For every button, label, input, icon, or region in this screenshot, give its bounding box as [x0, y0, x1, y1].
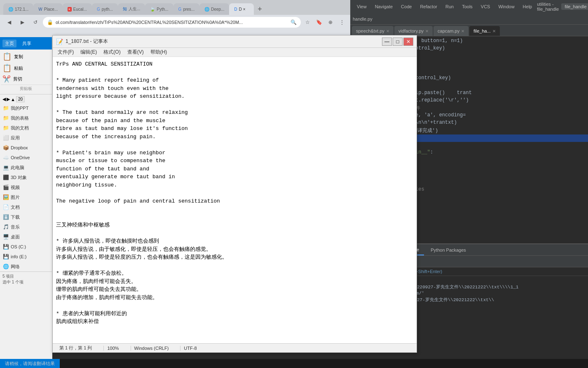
tab-active-label: D ×: [239, 7, 246, 12]
sidebar-item-dropbox[interactable]: 📦 Dropbox: [0, 143, 52, 153]
menu-run[interactable]: Run: [442, 4, 457, 9]
nav-path: ◀▶▲ 20: [0, 95, 52, 103]
sidebar-item-music[interactable]: 🎵 音乐: [0, 222, 52, 232]
sidebar-item-network[interactable]: 🌐 网络: [0, 262, 52, 271]
address-bar[interactable]: 🔒 ol.com/translator#en/zh/TrPs%20AND%20C…: [43, 17, 301, 28]
tab-pres-icon: G: [178, 7, 182, 12]
tab-eucal[interactable]: K Eucal...: [63, 3, 92, 15]
tab-pres[interactable]: G pres...: [173, 3, 200, 15]
sidebar-item-video[interactable]: 🎬 视频: [0, 182, 52, 192]
sidebar-item-myppt[interactable]: 📁 我的PPT: [0, 103, 52, 113]
menu-file[interactable]: 文件(F): [54, 48, 77, 57]
drive-e-icon: 💾: [2, 253, 9, 260]
ide-menu-bar: View Navigate Code Refactor Run Tools VC…: [350, 0, 588, 13]
tab-pyth2[interactable]: 🍃 Pyth...: [145, 3, 173, 15]
tab-active-icon: D: [234, 7, 237, 12]
quick-action-copy[interactable]: 📋 复制: [1, 51, 51, 62]
status-count: 5 项目 选中 1 个项: [0, 271, 52, 287]
back-button[interactable]: ◀: [3, 17, 15, 28]
app-icon: ⬜: [2, 134, 9, 141]
tab-filehandle-close[interactable]: ✕: [492, 29, 496, 33]
menu-window[interactable]: Window: [495, 4, 518, 9]
menu-refactor[interactable]: Refactor: [417, 4, 440, 9]
sidebar-item-mytable[interactable]: 📁 我的表格: [0, 113, 52, 123]
tab-capcam[interactable]: capcam.py ✕: [433, 26, 469, 36]
status-text: 请稍候，请阅读翻译结果: [0, 359, 60, 368]
breadcrumb: utilities - file_handle: [537, 2, 559, 12]
pictures-icon: 🖼️: [2, 194, 9, 201]
tab-172[interactable]: 🌐 172.1...: [3, 3, 33, 15]
menu-tools[interactable]: Tools: [459, 4, 476, 9]
browser-nav-bar: ◀ ▶ ↺ 🔒 ol.com/translator#en/zh/TrPs%20A…: [0, 15, 350, 30]
desktop-icon: 🖥️: [2, 234, 9, 240]
tab-filehandle-label: file_ha...: [473, 28, 491, 33]
tab-deep[interactable]: 🌐 Deep...: [199, 3, 229, 15]
tab-vidfactory[interactable]: vidfactory.py ✕: [394, 26, 433, 36]
tab-speech-close[interactable]: ✕: [386, 29, 389, 33]
tab-capcam-close[interactable]: ✕: [461, 29, 464, 33]
tab-place[interactable]: W Place...: [33, 3, 63, 15]
menu-help[interactable]: 帮助(H): [147, 48, 171, 57]
tab-pyth-icon: G: [97, 7, 100, 12]
home-tab[interactable]: 主页: [2, 40, 16, 47]
maximize-button[interactable]: □: [393, 38, 403, 46]
new-tab-button[interactable]: +: [254, 3, 265, 15]
quick-actions: 📋 复制 📋 粘贴 ✂️ 剪切 剪贴板: [0, 50, 52, 93]
tab-pyth[interactable]: G pyth...: [92, 3, 118, 15]
debug-tab-packages[interactable]: Python Packages: [426, 244, 471, 255]
menu-edit[interactable]: 编辑(E): [77, 48, 100, 57]
refresh-button[interactable]: ↺: [30, 17, 41, 28]
menu-code[interactable]: Code: [398, 4, 415, 9]
bookmark-icon[interactable]: 🔖: [314, 17, 324, 27]
menu-navigate[interactable]: Navigate: [372, 4, 396, 9]
menu-help[interactable]: Help: [520, 4, 536, 9]
tab-pres-label: pres...: [183, 7, 194, 12]
forward-button[interactable]: ▶: [16, 17, 28, 28]
tab-172-label: 172.1...: [15, 7, 28, 12]
minimize-button[interactable]: —: [382, 38, 392, 46]
sidebar-item-e-drive[interactable]: 💾 info (E:): [0, 252, 52, 262]
sidebar-item-downloads[interactable]: ⬇️ 下载: [0, 212, 52, 222]
tab-life-icon: 知: [123, 6, 127, 12]
folder-icon: 📁: [2, 125, 9, 131]
menu-view[interactable]: View: [354, 4, 370, 9]
sidebar-item-mydoc[interactable]: 📁 我的文档: [0, 123, 52, 133]
tab-172-icon: 🌐: [8, 7, 13, 12]
sidebar-item-app[interactable]: ⬜ 应用: [0, 133, 52, 143]
tab-deep-label: Deep...: [211, 7, 224, 12]
tab-pyth2-icon: 🍃: [150, 7, 155, 12]
quick-action-paste[interactable]: 📋 粘贴: [1, 63, 51, 73]
sidebar-item-c-drive[interactable]: 💾 OS (C:): [0, 242, 52, 252]
tab-pyth2-label: Pyth...: [157, 7, 168, 12]
tab-pyth-label: pyth...: [102, 7, 113, 12]
menu-vcs[interactable]: VCS: [478, 4, 494, 9]
sidebar-item-3d[interactable]: ⬛ 3D 对象: [0, 172, 52, 182]
file-handle-btn[interactable]: file_handle: [561, 3, 588, 10]
menu-icon[interactable]: ⋮: [337, 17, 347, 27]
tab-vidfactory-label: vidfactory.py: [398, 28, 424, 33]
sidebar-item-desktop[interactable]: 🖥️ 桌面: [0, 232, 52, 242]
dropbox-icon: 📦: [2, 144, 9, 151]
share-tab[interactable]: 共享: [20, 40, 34, 47]
tab-active[interactable]: D D ×: [229, 3, 254, 15]
sidebar-item-docs[interactable]: 📄 文档: [0, 202, 52, 212]
file-explorer-sidebar: 主页 共享 📋 复制 📋 粘贴 ✂️ 剪切 剪贴板 ◀▶▲ 20 📁 我的PPT…: [0, 37, 52, 359]
quick-action-cut[interactable]: ✂️ 剪切: [1, 74, 51, 84]
close-button[interactable]: ✕: [403, 38, 413, 46]
sidebar-item-onedrive[interactable]: ☁️ OneDrive: [0, 153, 52, 163]
tab-filehandle[interactable]: file_ha... ✕: [469, 26, 500, 36]
tab-life[interactable]: 知 人生...: [118, 3, 145, 15]
network-icon: 🌐: [2, 263, 9, 270]
line-endings: Windows (CRLF): [131, 346, 172, 351]
pc-icon: 💻: [2, 164, 9, 171]
menu-format[interactable]: 格式(O): [100, 48, 124, 57]
search-icon: 🔍: [290, 19, 297, 25]
tab-speech[interactable]: speech&txt.py ✕: [352, 26, 394, 36]
sidebar-item-thispc[interactable]: 💻 此电脑: [0, 163, 52, 172]
sidebar-item-pictures[interactable]: 🖼️ 图片: [0, 192, 52, 202]
notepad-text-area[interactable]: TrPs AND CENTRAL SENSITIZATION * Many pa…: [53, 57, 417, 343]
extension-icon[interactable]: ⊕: [326, 17, 335, 27]
tab-vidfactory-close[interactable]: ✕: [425, 29, 429, 33]
star-icon[interactable]: ☆: [302, 17, 312, 27]
menu-view[interactable]: 查看(V): [124, 48, 147, 57]
